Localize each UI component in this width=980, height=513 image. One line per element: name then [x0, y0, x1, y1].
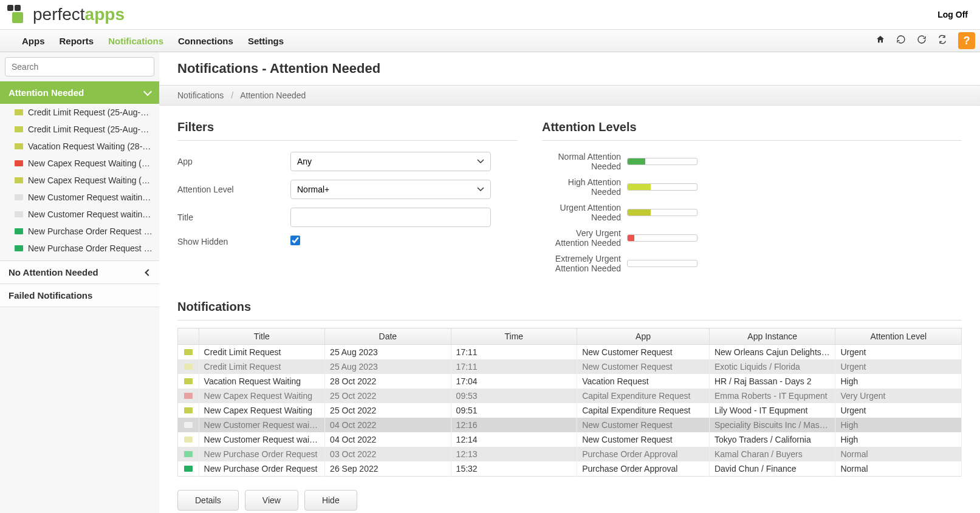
- cell-instance: David Chun / Finance: [709, 461, 835, 477]
- nav-item-settings[interactable]: Settings: [241, 36, 291, 46]
- level-row: High Attention Needed: [542, 177, 962, 197]
- cell-app: Vacation Request: [577, 374, 710, 389]
- level-row: Normal Attention Needed: [542, 152, 962, 171]
- sidebar: Attention Needed Credit Limit Request (2…: [0, 52, 159, 513]
- logoff-link[interactable]: Log Off: [937, 10, 968, 19]
- mail-icon: [184, 364, 193, 370]
- cell-level: Very Urgent: [835, 389, 962, 403]
- col-date[interactable]: Date: [325, 328, 451, 345]
- level-label: Very Urgent Attention Needed: [542, 228, 627, 248]
- level-bar: [627, 209, 697, 216]
- nav-item-apps[interactable]: Apps: [15, 36, 52, 46]
- nav-item-reports[interactable]: Reports: [52, 36, 101, 46]
- cell-title: Vacation Request Waiting: [199, 374, 325, 389]
- sidebar-search: [0, 52, 159, 81]
- filter-title-input[interactable]: [290, 208, 491, 227]
- sidebar-item[interactable]: New Customer Request waiting for S...: [0, 189, 159, 206]
- cell-app: New Customer Request: [577, 359, 710, 374]
- col-icon[interactable]: [178, 328, 199, 345]
- cell-date: 03 Oct 2022: [325, 447, 451, 461]
- hide-button[interactable]: Hide: [304, 490, 357, 511]
- help-button[interactable]: ?: [958, 32, 975, 49]
- sidebar-section-attention[interactable]: Attention Needed: [0, 81, 159, 104]
- details-button[interactable]: Details: [177, 490, 239, 511]
- filter-showhidden-label: Show Hidden: [177, 237, 290, 246]
- refresh-icon[interactable]: [896, 35, 906, 47]
- cell-title: Credit Limit Request: [199, 345, 325, 360]
- mail-icon: [15, 143, 23, 149]
- cell-date: 04 Oct 2022: [325, 432, 451, 447]
- table-row[interactable]: New Customer Request waiting for Submiss…: [178, 432, 962, 447]
- col-time[interactable]: Time: [451, 328, 577, 345]
- sync-icon[interactable]: [937, 35, 947, 47]
- cell-instance: Exotic Liquids / Florida: [709, 359, 835, 374]
- filter-level-label: Attention Level: [177, 185, 290, 194]
- cell-instance: HR / Raj Bassan - Days 2: [709, 374, 835, 389]
- chevron-left-icon: [145, 269, 151, 276]
- filter-app-select[interactable]: Any: [290, 152, 491, 171]
- filter-app-label: App: [177, 157, 290, 166]
- cell-app: Capital Expenditure Request: [577, 403, 710, 418]
- sidebar-item[interactable]: New Capex Request Waiting (25-Oct-...: [0, 155, 159, 172]
- cell-date: 28 Oct 2022: [325, 374, 451, 389]
- sidebar-item-label: New Customer Request waiting for S...: [28, 209, 153, 219]
- cell-time: 17:11: [451, 345, 577, 360]
- col-app[interactable]: App: [577, 328, 710, 345]
- level-bar: [627, 158, 697, 165]
- sidebar-item[interactable]: Credit Limit Request (25-Aug-2023): [0, 104, 159, 121]
- level-bar: [627, 183, 697, 191]
- cell-level: High: [835, 374, 962, 389]
- table-row[interactable]: Vacation Request Waiting28 Oct 202217:04…: [178, 374, 962, 389]
- table-row[interactable]: New Capex Request Waiting25 Oct 202209:5…: [178, 403, 962, 418]
- sidebar-item[interactable]: Credit Limit Request (25-Aug-2023): [0, 121, 159, 138]
- nav-item-connections[interactable]: Connections: [171, 36, 241, 46]
- mail-icon: [184, 437, 193, 443]
- mail-icon: [15, 228, 23, 234]
- view-button[interactable]: View: [245, 490, 298, 511]
- col-instance[interactable]: App Instance: [709, 328, 835, 345]
- cell-date: 25 Aug 2023: [325, 359, 451, 374]
- table-row[interactable]: New Capex Request Waiting25 Oct 202209:5…: [178, 389, 962, 403]
- reload-icon[interactable]: [917, 35, 927, 47]
- cell-level: Urgent: [835, 403, 962, 418]
- cell-date: 04 Oct 2022: [325, 418, 451, 432]
- cell-app: New Customer Request: [577, 432, 710, 447]
- home-icon[interactable]: [875, 35, 885, 47]
- sidebar-section-label: Attention Needed: [9, 87, 84, 98]
- table-row[interactable]: New Customer Request waiting for Submiss…: [178, 418, 962, 432]
- cell-instance: Lily Wood - IT Equpment: [709, 403, 835, 418]
- filter-showhidden-checkbox[interactable]: [290, 236, 300, 245]
- cell-time: 09:51: [451, 403, 577, 418]
- sidebar-item[interactable]: New Capex Request Waiting (25-Oct-...: [0, 172, 159, 189]
- cell-time: 17:11: [451, 359, 577, 374]
- table-row[interactable]: New Purchase Order Request03 Oct 202212:…: [178, 447, 962, 461]
- cell-level: Urgent: [835, 359, 962, 374]
- filter-level-select[interactable]: Normal+: [290, 180, 491, 199]
- nav-item-notifications[interactable]: Notifications: [101, 36, 171, 46]
- sidebar-item[interactable]: Vacation Request Waiting (28-Oct-20...: [0, 138, 159, 155]
- content: Notifications - Attention Needed Notific…: [159, 52, 980, 513]
- action-buttons: Details View Hide: [177, 490, 962, 511]
- table-row[interactable]: Credit Limit Request25 Aug 202317:11New …: [178, 345, 962, 360]
- sidebar-item[interactable]: New Purchase Order Request (3-Oct-...: [0, 223, 159, 240]
- sidebar-section-failed[interactable]: Failed Notifications: [0, 284, 159, 307]
- level-bar: [627, 260, 697, 267]
- table-row[interactable]: New Purchase Order Request26 Sep 202215:…: [178, 461, 962, 477]
- sidebar-section-label: No Attention Needed: [9, 267, 98, 277]
- sidebar-item[interactable]: New Customer Request waiting for S...: [0, 206, 159, 223]
- mail-icon: [15, 109, 23, 115]
- table-row[interactable]: Credit Limit Request25 Aug 202317:11New …: [178, 359, 962, 374]
- level-row: Extremely Urgent Attention Needed: [542, 254, 962, 273]
- sidebar-item[interactable]: New Purchase Order Request (26-Sep...: [0, 240, 159, 257]
- search-input[interactable]: [5, 57, 154, 76]
- mail-icon: [15, 194, 23, 200]
- col-title[interactable]: Title: [199, 328, 325, 345]
- cell-time: 15:32: [451, 461, 577, 477]
- sidebar-section-no-attention[interactable]: No Attention Needed: [0, 260, 159, 284]
- sidebar-item-label: Credit Limit Request (25-Aug-2023): [28, 124, 153, 134]
- cell-level: High: [835, 432, 962, 447]
- col-level[interactable]: Attention Level: [835, 328, 962, 345]
- breadcrumb-item[interactable]: Notifications: [177, 90, 224, 100]
- cell-app: Purchase Order Approval: [577, 447, 710, 461]
- cell-title: New Purchase Order Request: [199, 461, 325, 477]
